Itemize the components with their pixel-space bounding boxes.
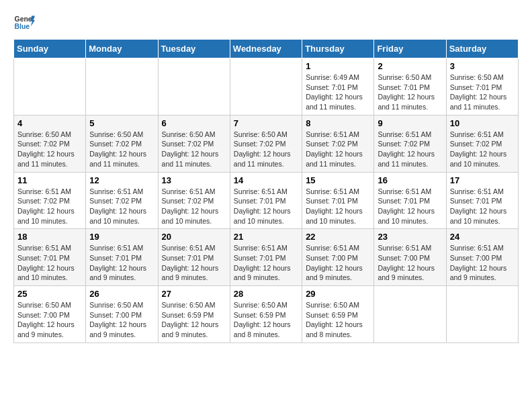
day-info: Sunrise: 6:51 AM Sunset: 7:01 PM Dayligh… — [450, 187, 515, 226]
calendar-cell: 11Sunrise: 6:51 AM Sunset: 7:02 PM Dayli… — [14, 172, 86, 229]
day-number: 18 — [17, 232, 82, 242]
day-header-sunday: Sunday — [14, 40, 86, 58]
logo-icon: General Blue — [13, 13, 35, 32]
day-number: 22 — [306, 232, 370, 242]
day-info: Sunrise: 6:51 AM Sunset: 7:01 PM Dayligh… — [306, 187, 370, 226]
day-number: 3 — [450, 61, 515, 71]
day-info: Sunrise: 6:51 AM Sunset: 7:01 PM Dayligh… — [89, 243, 154, 283]
calendar-cell: 22Sunrise: 6:51 AM Sunset: 7:00 PM Dayli… — [302, 229, 374, 286]
day-number: 4 — [17, 118, 82, 128]
day-info: Sunrise: 6:51 AM Sunset: 7:00 PM Dayligh… — [450, 243, 515, 283]
calendar-cell: 28Sunrise: 6:50 AM Sunset: 6:59 PM Dayli… — [230, 286, 302, 343]
day-info: Sunrise: 6:51 AM Sunset: 7:02 PM Dayligh… — [306, 130, 370, 169]
calendar-cell: 12Sunrise: 6:51 AM Sunset: 7:02 PM Dayli… — [86, 172, 158, 229]
day-info: Sunrise: 6:50 AM Sunset: 7:02 PM Dayligh… — [234, 130, 298, 169]
day-header-saturday: Saturday — [446, 40, 518, 58]
day-info: Sunrise: 6:50 AM Sunset: 7:02 PM Dayligh… — [17, 130, 82, 169]
day-header-wednesday: Wednesday — [230, 40, 302, 58]
calendar-cell: 24Sunrise: 6:51 AM Sunset: 7:00 PM Dayli… — [446, 229, 518, 286]
day-number: 10 — [450, 118, 515, 128]
calendar-cell: 3Sunrise: 6:50 AM Sunset: 7:01 PM Daylig… — [446, 58, 518, 116]
day-number: 2 — [378, 61, 442, 71]
day-number: 13 — [162, 175, 226, 185]
day-info: Sunrise: 6:51 AM Sunset: 7:00 PM Dayligh… — [306, 243, 370, 283]
day-number: 29 — [306, 289, 370, 299]
day-info: Sunrise: 6:50 AM Sunset: 7:00 PM Dayligh… — [89, 300, 154, 340]
day-number: 6 — [162, 118, 226, 128]
calendar-cell: 1Sunrise: 6:49 AM Sunset: 7:01 PM Daylig… — [302, 58, 374, 116]
day-info: Sunrise: 6:51 AM Sunset: 7:01 PM Dayligh… — [378, 187, 442, 226]
calendar-cell — [14, 58, 86, 116]
day-info: Sunrise: 6:51 AM Sunset: 7:01 PM Dayligh… — [162, 243, 226, 283]
day-header-thursday: Thursday — [302, 40, 374, 58]
calendar-week-5: 25Sunrise: 6:50 AM Sunset: 7:00 PM Dayli… — [14, 286, 519, 343]
calendar-cell: 8Sunrise: 6:51 AM Sunset: 7:02 PM Daylig… — [302, 115, 374, 172]
day-number: 21 — [234, 232, 298, 242]
calendar-week-1: 1Sunrise: 6:49 AM Sunset: 7:01 PM Daylig… — [14, 58, 519, 116]
page-header: General Blue — [13, 13, 519, 32]
calendar-cell: 27Sunrise: 6:50 AM Sunset: 6:59 PM Dayli… — [158, 286, 230, 343]
day-number: 15 — [306, 175, 370, 185]
calendar-cell — [230, 58, 302, 116]
calendar-cell: 29Sunrise: 6:50 AM Sunset: 6:59 PM Dayli… — [302, 286, 374, 343]
day-number: 11 — [17, 175, 82, 185]
calendar-cell — [158, 58, 230, 116]
calendar-cell: 23Sunrise: 6:51 AM Sunset: 7:00 PM Dayli… — [374, 229, 446, 286]
day-info: Sunrise: 6:50 AM Sunset: 6:59 PM Dayligh… — [234, 300, 298, 340]
calendar-cell — [374, 286, 446, 343]
calendar-cell: 13Sunrise: 6:51 AM Sunset: 7:02 PM Dayli… — [158, 172, 230, 229]
calendar-cell: 17Sunrise: 6:51 AM Sunset: 7:01 PM Dayli… — [446, 172, 518, 229]
day-info: Sunrise: 6:50 AM Sunset: 6:59 PM Dayligh… — [162, 300, 226, 340]
day-number: 25 — [17, 289, 82, 299]
day-info: Sunrise: 6:51 AM Sunset: 7:01 PM Dayligh… — [17, 243, 82, 283]
day-number: 28 — [234, 289, 298, 299]
calendar-cell: 16Sunrise: 6:51 AM Sunset: 7:01 PM Dayli… — [374, 172, 446, 229]
day-number: 19 — [89, 232, 154, 242]
day-info: Sunrise: 6:51 AM Sunset: 7:02 PM Dayligh… — [89, 187, 154, 226]
calendar-cell: 18Sunrise: 6:51 AM Sunset: 7:01 PM Dayli… — [14, 229, 86, 286]
day-info: Sunrise: 6:51 AM Sunset: 7:02 PM Dayligh… — [17, 187, 82, 226]
day-info: Sunrise: 6:50 AM Sunset: 7:02 PM Dayligh… — [89, 130, 154, 169]
day-info: Sunrise: 6:50 AM Sunset: 7:02 PM Dayligh… — [162, 130, 226, 169]
day-number: 9 — [378, 118, 442, 128]
calendar-cell: 15Sunrise: 6:51 AM Sunset: 7:01 PM Dayli… — [302, 172, 374, 229]
day-number: 14 — [234, 175, 298, 185]
day-header-monday: Monday — [86, 40, 158, 58]
day-info: Sunrise: 6:49 AM Sunset: 7:01 PM Dayligh… — [306, 73, 370, 112]
day-info: Sunrise: 6:50 AM Sunset: 7:00 PM Dayligh… — [17, 300, 82, 340]
day-number: 26 — [89, 289, 154, 299]
day-number: 27 — [162, 289, 226, 299]
calendar-cell — [86, 58, 158, 116]
svg-text:Blue: Blue — [15, 23, 30, 30]
day-number: 12 — [89, 175, 154, 185]
calendar-week-4: 18Sunrise: 6:51 AM Sunset: 7:01 PM Dayli… — [14, 229, 519, 286]
day-header-tuesday: Tuesday — [158, 40, 230, 58]
calendar-cell: 10Sunrise: 6:51 AM Sunset: 7:02 PM Dayli… — [446, 115, 518, 172]
day-number: 8 — [306, 118, 370, 128]
calendar-cell: 21Sunrise: 6:51 AM Sunset: 7:01 PM Dayli… — [230, 229, 302, 286]
calendar-cell: 26Sunrise: 6:50 AM Sunset: 7:00 PM Dayli… — [86, 286, 158, 343]
calendar-week-2: 4Sunrise: 6:50 AM Sunset: 7:02 PM Daylig… — [14, 115, 519, 172]
calendar-table: SundayMondayTuesdayWednesdayThursdayFrid… — [13, 39, 519, 343]
logo: General Blue — [13, 13, 35, 32]
day-number: 24 — [450, 232, 515, 242]
day-number: 20 — [162, 232, 226, 242]
calendar-cell: 2Sunrise: 6:50 AM Sunset: 7:01 PM Daylig… — [374, 58, 446, 116]
calendar-cell: 7Sunrise: 6:50 AM Sunset: 7:02 PM Daylig… — [230, 115, 302, 172]
day-info: Sunrise: 6:51 AM Sunset: 7:02 PM Dayligh… — [378, 130, 442, 169]
day-info: Sunrise: 6:51 AM Sunset: 7:02 PM Dayligh… — [162, 187, 226, 226]
calendar-cell: 4Sunrise: 6:50 AM Sunset: 7:02 PM Daylig… — [14, 115, 86, 172]
day-info: Sunrise: 6:50 AM Sunset: 6:59 PM Dayligh… — [306, 300, 370, 340]
day-info: Sunrise: 6:51 AM Sunset: 7:02 PM Dayligh… — [450, 130, 515, 169]
day-number: 1 — [306, 61, 370, 71]
calendar-week-3: 11Sunrise: 6:51 AM Sunset: 7:02 PM Dayli… — [14, 172, 519, 229]
day-info: Sunrise: 6:51 AM Sunset: 7:01 PM Dayligh… — [234, 187, 298, 226]
day-info: Sunrise: 6:51 AM Sunset: 7:00 PM Dayligh… — [378, 243, 442, 283]
day-info: Sunrise: 6:51 AM Sunset: 7:01 PM Dayligh… — [234, 243, 298, 283]
calendar-cell: 20Sunrise: 6:51 AM Sunset: 7:01 PM Dayli… — [158, 229, 230, 286]
calendar-header: SundayMondayTuesdayWednesdayThursdayFrid… — [14, 40, 519, 58]
calendar-cell: 5Sunrise: 6:50 AM Sunset: 7:02 PM Daylig… — [86, 115, 158, 172]
day-number: 16 — [378, 175, 442, 185]
calendar-cell: 19Sunrise: 6:51 AM Sunset: 7:01 PM Dayli… — [86, 229, 158, 286]
day-number: 7 — [234, 118, 298, 128]
